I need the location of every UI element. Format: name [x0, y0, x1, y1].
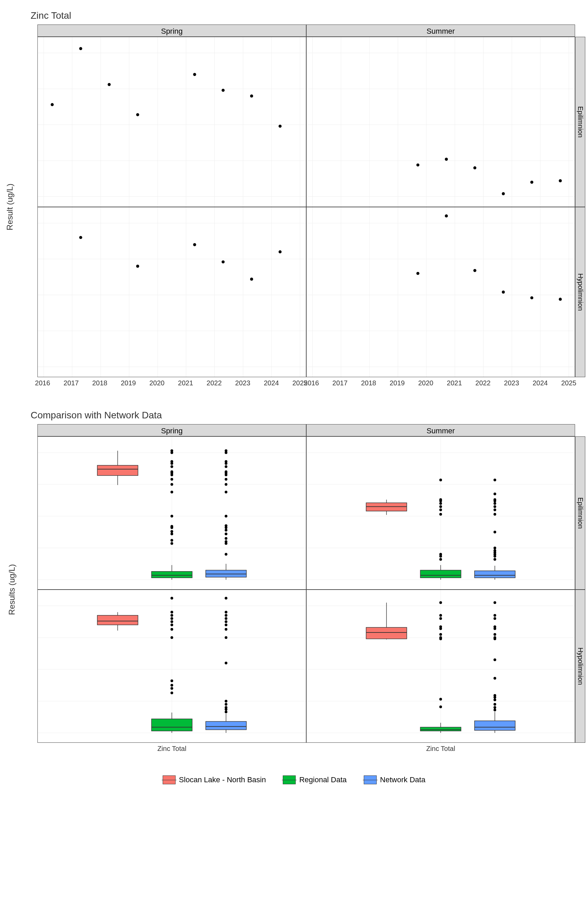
outlier-point — [225, 611, 227, 613]
outlier-point — [493, 498, 496, 501]
outlier-point — [439, 558, 442, 561]
outlier-point — [493, 502, 496, 505]
outlier-point — [493, 614, 496, 617]
outlier-point — [439, 705, 442, 708]
col-strip: Summer — [306, 24, 575, 37]
x-tick-label: 2016 — [35, 379, 50, 387]
x-cat-label: Zinc Total — [157, 745, 186, 753]
outlier-point — [493, 509, 496, 511]
data-point — [559, 179, 562, 183]
x-tick-label: 2022 — [207, 379, 222, 387]
outlier-point — [493, 547, 496, 550]
outlier-point — [170, 687, 173, 690]
scatter-panel: 10.012.515.017.520.0 — [37, 37, 306, 207]
x-tick-label: 2023 — [235, 379, 250, 387]
outlier-point — [493, 625, 496, 628]
box — [97, 616, 138, 625]
row-strip: Epilimnion — [575, 37, 585, 207]
outlier-point — [170, 460, 173, 463]
data-point — [51, 103, 54, 106]
outlier-point — [170, 470, 173, 473]
outlier-point — [439, 479, 442, 481]
outlier-point — [439, 509, 442, 511]
x-tick-label: 2021 — [178, 379, 193, 387]
data-point — [559, 298, 562, 301]
data-point — [279, 250, 282, 253]
scatter-y-label: Result (ug/L) — [5, 183, 15, 230]
legend-swatch — [283, 776, 296, 784]
outlier-point — [225, 466, 227, 468]
legend-item: Network Data — [364, 776, 425, 784]
outlier-point — [225, 614, 227, 617]
data-point — [417, 272, 420, 275]
outlier-point — [225, 529, 227, 531]
x-tick-label: 2020 — [149, 379, 165, 387]
outlier-point — [225, 636, 227, 639]
outlier-point — [225, 617, 227, 620]
outlier-point — [225, 540, 227, 543]
x-tick-label: 2017 — [333, 379, 348, 387]
data-point — [445, 158, 448, 161]
box — [420, 727, 461, 731]
x-tick-label: 2024 — [533, 379, 548, 387]
legend-swatch — [163, 776, 176, 784]
x-tick-label: 2021 — [447, 379, 462, 387]
data-point — [473, 167, 477, 170]
outlier-point — [439, 698, 442, 700]
x-tick-label: 2025 — [561, 379, 577, 387]
data-point — [279, 124, 282, 128]
outlier-point — [225, 460, 227, 463]
box — [366, 627, 407, 639]
legend-item: Regional Data — [283, 776, 346, 784]
data-point — [193, 243, 196, 246]
outlier-point — [493, 706, 496, 709]
outlier-point — [439, 505, 442, 508]
data-point — [108, 83, 111, 86]
data-point — [79, 47, 82, 50]
outlier-point — [493, 636, 496, 639]
outlier-point — [225, 620, 227, 623]
outlier-point — [225, 524, 227, 527]
outlier-point — [225, 624, 227, 626]
x-tick-label: 2024 — [264, 379, 279, 387]
outlier-point — [493, 694, 496, 697]
outlier-point — [493, 658, 496, 661]
outlier-point — [439, 636, 442, 639]
outlier-point — [170, 617, 173, 620]
outlier-point — [170, 597, 173, 600]
row-strip: Hypolimnion — [575, 207, 585, 377]
x-tick-label: 2023 — [504, 379, 519, 387]
outlier-point — [170, 525, 173, 528]
data-point — [530, 296, 533, 299]
boxplot-panel: 05101520 — [37, 590, 306, 743]
box — [475, 571, 515, 578]
outlier-point — [439, 614, 442, 617]
boxplot-panel — [306, 436, 575, 590]
outlier-point — [439, 513, 442, 516]
data-point — [79, 236, 82, 239]
outlier-point — [493, 493, 496, 495]
box — [152, 719, 192, 731]
outlier-point — [225, 470, 227, 473]
x-tick-label: 2019 — [389, 379, 405, 387]
scatter-facet-grid: SpringSummer10.012.515.017.520.0Epilimni… — [37, 24, 568, 390]
outlier-point — [439, 553, 442, 556]
x-tick-label: 2019 — [121, 379, 136, 387]
boxplot-title: Comparison with Network Data — [31, 410, 578, 421]
outlier-point — [493, 601, 496, 604]
outlier-point — [170, 449, 173, 452]
outlier-point — [170, 614, 173, 617]
outlier-point — [493, 549, 496, 552]
outlier-point — [439, 617, 442, 620]
outlier-point — [170, 636, 173, 639]
outlier-point — [170, 466, 173, 468]
x-tick-label: 2018 — [361, 379, 376, 387]
legend-item: Slocan Lake - North Basin — [163, 776, 266, 784]
legend: Slocan Lake - North BasinRegional DataNe… — [10, 776, 578, 784]
data-point — [136, 113, 139, 116]
row-strip: Hypolimnion — [575, 590, 585, 743]
outlier-point — [493, 709, 496, 711]
outlier-point — [170, 539, 173, 542]
outlier-point — [225, 662, 227, 664]
outlier-point — [225, 706, 227, 709]
